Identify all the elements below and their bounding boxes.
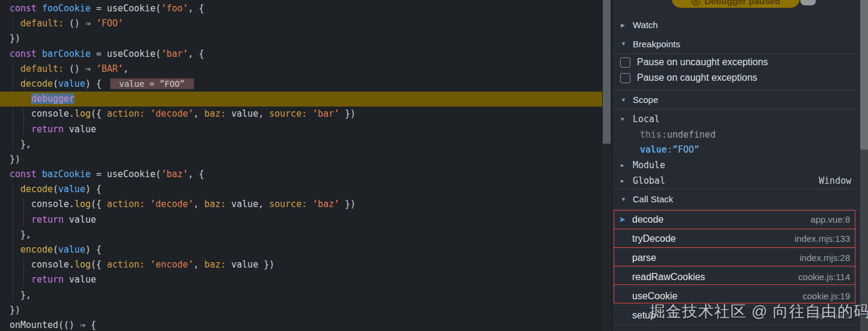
- code-line[interactable]: default: () ⇒ ’FOO’: [0, 16, 602, 31]
- code-token: = useCookie(: [90, 169, 160, 180]
- code-line[interactable]: encode(value) {: [0, 242, 602, 257]
- code-token: barCookie: [42, 48, 90, 59]
- code-token: }): [339, 108, 356, 119]
- code-token: baz:: [204, 108, 226, 119]
- code-token: [10, 78, 20, 89]
- code-token: ) {: [85, 184, 101, 195]
- watch-label: Watch: [633, 20, 658, 30]
- breakpoint-option[interactable]: Pause on uncaught exceptions: [612, 54, 861, 70]
- chevron-right-icon: ▶: [621, 178, 633, 184]
- checkbox-label: Pause on uncaught exceptions: [637, 57, 768, 68]
- code-line[interactable]: },: [0, 137, 602, 152]
- frame-location: cookie.js:19: [803, 291, 850, 301]
- code-token: [10, 63, 20, 74]
- code-token: [10, 244, 20, 255]
- code-token: , {: [188, 169, 204, 180]
- code-token: log: [74, 199, 90, 209]
- code-token: [307, 108, 312, 119]
- current-frame-arrow-icon: ➤: [619, 215, 626, 224]
- code-token: action:: [107, 199, 145, 209]
- code-token: default:: [20, 63, 63, 74]
- code-token: }): [339, 199, 356, 209]
- scope-group-module[interactable]: ▶ Module: [612, 157, 861, 173]
- code-token: const: [10, 3, 37, 14]
- code-line[interactable]: },: [0, 288, 602, 303]
- code-token: value }): [226, 259, 274, 270]
- code-line[interactable]: return value: [0, 272, 602, 287]
- frame-function-name: parse: [632, 253, 656, 263]
- variable-value: undefined: [667, 129, 715, 140]
- watermark: 掘金技术社区 @ 向往自由的码: [650, 301, 868, 322]
- code-token: value: [58, 244, 85, 255]
- sidebar-scrollbar[interactable]: [860, 0, 868, 331]
- code-line[interactable]: onMounted(() ⇒ {: [0, 318, 602, 331]
- code-line[interactable]: console.log({ action: ’encode’, baz: val…: [0, 257, 602, 272]
- code-token: ’foo’: [161, 3, 188, 14]
- checkbox[interactable]: [620, 57, 630, 68]
- code-line[interactable]: },: [0, 227, 602, 242]
- code-token: (: [53, 244, 58, 255]
- code-token: value: [63, 214, 96, 225]
- code-line[interactable]: decode(value) {: [0, 182, 602, 197]
- frame-function-name: decode: [632, 214, 664, 225]
- code-token: bazCookie: [42, 169, 90, 180]
- code-token: decode: [20, 184, 53, 195]
- code-token: ,: [193, 199, 204, 209]
- pill-label: Debugger paused: [705, 0, 781, 6]
- code-token: }): [10, 154, 20, 165]
- code-line[interactable]: decode(value) { value = ”FOO”: [0, 77, 602, 92]
- code-token: ,: [123, 63, 129, 74]
- section-header-scope[interactable]: ▼ Scope: [612, 90, 861, 110]
- code-token: ,: [193, 259, 204, 270]
- code-token: value: [63, 124, 96, 135]
- code-line[interactable]: console.log({ action: ’decode’, baz: val…: [0, 107, 602, 122]
- code-line[interactable]: default: () ⇒ ’BAR’,: [0, 62, 602, 77]
- variable-value: ”FOO”: [672, 144, 699, 155]
- breakpoint-option[interactable]: Pause on caught exceptions: [612, 70, 861, 86]
- code-line[interactable]: return value: [0, 212, 602, 227]
- code-token: value: [63, 274, 96, 285]
- call-stack-frame[interactable]: parseindex.mjs:28: [612, 248, 861, 268]
- frame-function-name: readRawCookies: [632, 272, 705, 283]
- code-line[interactable]: const bazCookie = useCookie(’baz’, {: [0, 167, 602, 182]
- scope-variable[interactable]: value: ”FOO”: [612, 142, 861, 157]
- call-stack-frame[interactable]: readRawCookiescookie.js:114: [612, 268, 861, 287]
- code-token: ({: [90, 199, 107, 209]
- code-token: ) {: [85, 78, 101, 89]
- chevron-down-icon: ▼: [621, 116, 633, 122]
- frame-location: index.mjs:133: [794, 233, 850, 244]
- code-line[interactable]: const fooCookie = useCookie(’foo’, {: [0, 1, 602, 16]
- editor-scrollbar[interactable]: [602, 0, 612, 331]
- code-line[interactable]: }): [0, 152, 602, 167]
- scope-local-label: Local: [633, 114, 660, 124]
- code-token: console.: [10, 259, 74, 270]
- section-header-breakpoints[interactable]: ▼ Breakpoints: [612, 34, 861, 54]
- code-line[interactable]: console.log({ action: ’decode’, baz: val…: [0, 197, 602, 212]
- code-line[interactable]: const barCookie = useCookie(’bar’, {: [0, 47, 602, 62]
- checkbox[interactable]: [620, 73, 630, 83]
- section-header-call-stack[interactable]: ▼ Call Stack: [612, 189, 861, 209]
- scope-group-local[interactable]: ▼ Local: [612, 111, 861, 127]
- call-stack-frame[interactable]: tryDecodeindex.mjs:133: [612, 229, 861, 248]
- code-token: action:: [107, 259, 145, 270]
- sidebar-scrollbar-thumb[interactable]: [860, 0, 868, 150]
- call-stack-frame[interactable]: ➤decodeapp.vue:8: [612, 210, 861, 229]
- chevron-down-icon: ▼: [621, 41, 633, 47]
- scope-group-global[interactable]: ▶ Global Window: [612, 173, 861, 189]
- scope-global-label: Global: [633, 175, 665, 186]
- code-token: [145, 259, 150, 270]
- section-header-watch[interactable]: ▶ Watch: [612, 15, 861, 35]
- editor-scrollbar-thumb[interactable]: [603, 0, 611, 144]
- separator: :: [667, 144, 672, 155]
- paused-code-line[interactable]: debugger: [0, 92, 602, 107]
- code-line[interactable]: return value: [0, 122, 602, 137]
- code-line[interactable]: }): [0, 303, 602, 318]
- source-editor[interactable]: const fooCookie = useCookie(’foo’, { def…: [0, 0, 602, 331]
- code-token: [37, 169, 42, 180]
- scope-variable[interactable]: this: undefined: [612, 127, 861, 142]
- frame-location: cookie.js:114: [799, 272, 850, 282]
- code-line[interactable]: }): [0, 31, 602, 46]
- frame-location: index.mjs:28: [800, 253, 850, 263]
- chevron-right-icon: ▶: [621, 162, 633, 168]
- code-token: () ⇒: [63, 63, 96, 74]
